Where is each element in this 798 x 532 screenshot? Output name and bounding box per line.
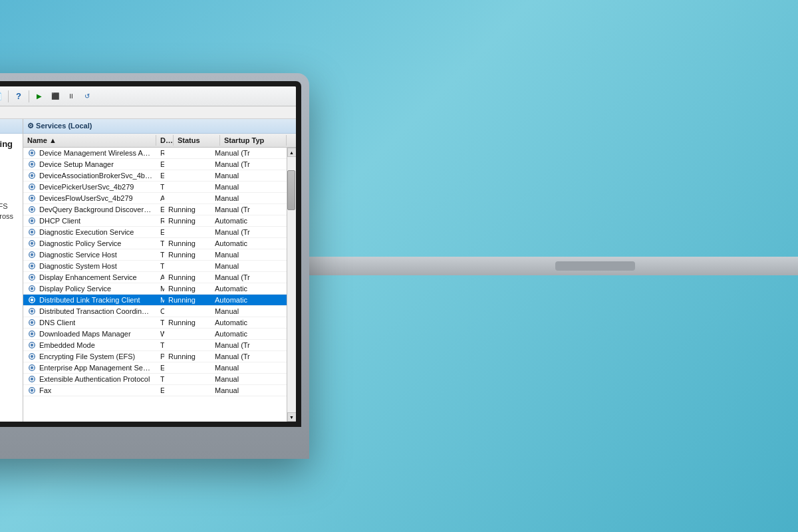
- cell-status: [164, 340, 211, 350]
- export-button[interactable]: 📄: [0, 89, 5, 104]
- table-row[interactable]: Distributed Transaction CoordinatorCoord…: [23, 306, 287, 317]
- table-row[interactable]: Embedded ModeThe Embedde...Manual (Tr: [23, 340, 287, 351]
- cell-name: DeviceAssociationBrokerSvc_4b279: [23, 170, 156, 181]
- service-name-text: Extensible Authentication Protocol: [39, 375, 150, 383]
- description-text: Maintains links between NTFS files withi…: [0, 201, 17, 232]
- cell-startup: Automatic: [211, 295, 277, 305]
- service-name-text: Embedded Mode: [39, 341, 95, 349]
- service-icon: [27, 307, 37, 316]
- svg-point-109: [31, 355, 33, 358]
- table-row[interactable]: Diagnostic System HostThe Diagnos...Manu…: [23, 261, 287, 272]
- table-row[interactable]: DevQuery Background Discovery BrokerEnab…: [23, 204, 287, 215]
- table-row[interactable]: Enterprise App Management ServiceEnables…: [23, 362, 287, 374]
- scrollbar-track[interactable]: ▲ ▼: [287, 148, 296, 422]
- toolbar-separator-2: [8, 90, 9, 102]
- cell-startup: Manual: [211, 249, 277, 260]
- restart-service-button[interactable]: ↺: [80, 89, 94, 104]
- table-row[interactable]: FaxEnables you ...Manual: [23, 385, 287, 396]
- service-icon: [27, 216, 37, 225]
- table-row[interactable]: Display Enhancement ServiceA service for…: [23, 272, 287, 283]
- service-icon: [27, 273, 37, 282]
- cell-name: Diagnostic Execution Service: [23, 227, 156, 237]
- table-header: Name ▲ Description Status Startup Typ: [23, 134, 296, 148]
- windows-services-app: ◀ ▶ ⊞ 📋 🔒 📄 ? ▶ ⬛ ⏸ ↺ ⚙: [0, 86, 296, 422]
- table-row[interactable]: DevicePickerUserSvc_4b279This user ser..…: [23, 182, 287, 193]
- cell-name: Display Enhancement Service: [23, 272, 156, 283]
- cell-description: The Extensib...: [156, 374, 164, 384]
- service-icon: [27, 261, 37, 271]
- right-panel-header: ⚙ Services (Local): [23, 119, 296, 134]
- table-row[interactable]: Encrypting File System (EFS)Provides the…: [23, 351, 287, 362]
- cell-description: Allows Conn...: [156, 193, 164, 203]
- service-icon: [27, 352, 37, 361]
- scroll-down-arrow[interactable]: ▼: [287, 412, 297, 422]
- cell-description: The Diagnos...: [156, 261, 164, 271]
- pause-service-button[interactable]: ⏸: [64, 89, 78, 104]
- cell-startup: Automatic: [211, 215, 277, 226]
- col-startup[interactable]: Startup Typ: [220, 135, 287, 146]
- svg-point-121: [31, 378, 33, 380]
- scrollbar-thumb[interactable]: [287, 170, 295, 210]
- cell-description: Provides the...: [156, 351, 164, 362]
- cell-description: The Embedde...: [156, 340, 164, 350]
- table-row[interactable]: Device Setup ManagerEnables the ...Manua…: [23, 159, 287, 170]
- cell-description: The Diagnos...: [156, 249, 164, 260]
- description-section: Description: Maintains links between NTF…: [0, 191, 17, 232]
- cell-name: Diagnostic Service Host: [23, 249, 156, 260]
- cell-status: Running: [164, 272, 211, 283]
- service-name-text: Device Setup Manager: [39, 160, 114, 168]
- selected-service-name: Distributed Link Tracking Client: [0, 139, 17, 162]
- table-row[interactable]: Downloaded Maps ManagerWindows ser...Aut…: [23, 329, 287, 340]
- cell-status: Running: [164, 295, 211, 305]
- main-area: ⚙ Services (Local) Distributed Link Trac…: [0, 119, 296, 422]
- stop-link[interactable]: Stop the service: [0, 167, 17, 175]
- col-status[interactable]: Status: [174, 135, 220, 146]
- table-row[interactable]: DevicesFlowUserSvc_4b279Allows Conn...Ma…: [23, 193, 287, 204]
- cell-startup: Manual: [211, 170, 277, 181]
- laptop-base-wrapper: [309, 257, 798, 275]
- table-row[interactable]: Display Policy ServiceManages th...Runni…: [23, 283, 287, 295]
- service-icon: [27, 318, 37, 327]
- cell-description: Registers an...: [156, 215, 164, 226]
- service-icon: [27, 250, 37, 259]
- cell-name: Fax: [23, 385, 156, 396]
- cell-name: Extensible Authentication Protocol: [23, 374, 156, 384]
- col-scrollbar-spacer: [287, 135, 296, 146]
- cell-description: Windows ser...: [156, 329, 164, 339]
- cell-description: This user ser...: [156, 182, 164, 192]
- cell-startup: Manual: [211, 261, 277, 271]
- table-row[interactable]: Device Management Wireless Applicati...R…: [23, 148, 287, 159]
- table-row[interactable]: Diagnostic Execution ServiceExecutes dia…: [23, 227, 287, 238]
- cell-startup: Manual (Tr: [211, 204, 277, 215]
- table-row[interactable]: DHCP ClientRegisters an...RunningAutomat…: [23, 215, 287, 227]
- table-row[interactable]: DNS ClientThe DNS Cli...RunningAutomatic: [23, 317, 287, 329]
- svg-point-73: [31, 287, 33, 290]
- table-row[interactable]: Distributed Link Tracking ClientMaintain…: [23, 295, 287, 306]
- table-row[interactable]: Extensible Authentication ProtocolThe Ex…: [23, 374, 287, 385]
- cell-status: [164, 170, 211, 181]
- cell-status: Running: [164, 283, 211, 294]
- service-icon: [27, 194, 37, 203]
- table-row[interactable]: Diagnostic Service HostThe Diagnos...Run…: [23, 249, 287, 261]
- start-service-button[interactable]: ▶: [32, 89, 47, 104]
- cell-description: Enables ente...: [156, 362, 164, 373]
- svg-point-37: [31, 219, 33, 222]
- col-description[interactable]: Description: [156, 135, 174, 146]
- service-icon: [27, 363, 37, 372]
- restart-link[interactable]: Restart the service: [0, 176, 17, 184]
- stop-service-button[interactable]: ⬛: [48, 89, 63, 104]
- table-row[interactable]: DeviceAssociationBrokerSvc_4b279Enables …: [23, 170, 287, 182]
- cell-status: [164, 227, 211, 237]
- scroll-up-arrow[interactable]: ▲: [287, 148, 297, 157]
- cell-status: [164, 306, 211, 317]
- col-name[interactable]: Name ▲: [23, 135, 156, 146]
- table-row[interactable]: Diagnostic Policy ServiceThe Diagnos...R…: [23, 238, 287, 249]
- cell-description: Enables app...: [156, 204, 164, 215]
- cell-startup: Automatic: [211, 238, 277, 249]
- cell-name: Distributed Link Tracking Client: [23, 295, 156, 305]
- cell-description: A service for ...: [156, 272, 164, 283]
- help-button[interactable]: ?: [11, 89, 26, 104]
- service-name-text: Diagnostic Policy Service: [39, 239, 122, 247]
- service-icon: [27, 148, 37, 158]
- cell-status: Running: [164, 238, 211, 249]
